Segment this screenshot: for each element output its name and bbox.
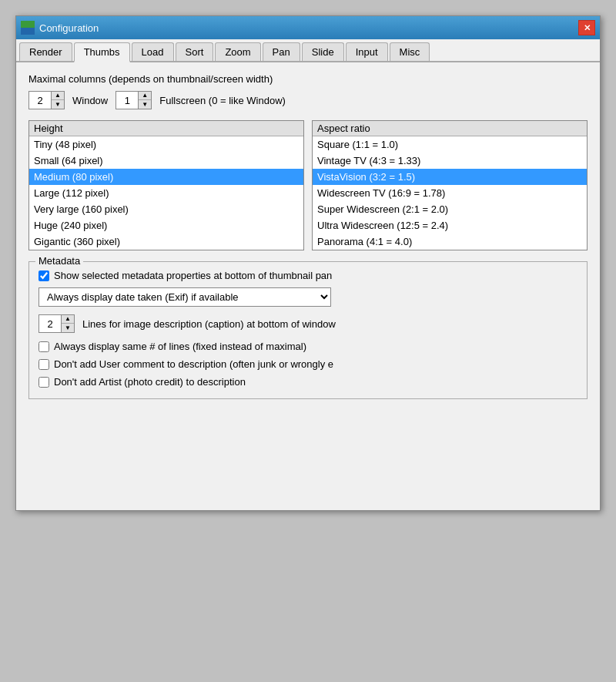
title-bar: Configuration ✕ xyxy=(16,16,600,39)
height-item-medium[interactable]: Medium (80 pixel) xyxy=(29,169,303,185)
tab-sort[interactable]: Sort xyxy=(176,42,214,61)
height-item-small[interactable]: Small (64 pixel) xyxy=(29,153,303,169)
tab-slide[interactable]: Slide xyxy=(302,42,344,61)
no-artist-checkbox[interactable] xyxy=(38,377,49,388)
maxcol-section-label: Maximal columns (depends on thumbnail/sc… xyxy=(28,73,588,85)
window-columns-input[interactable] xyxy=(29,92,51,109)
title-bar-left: Configuration xyxy=(21,21,99,35)
height-item-tiny[interactable]: Tiny (48 pixel) xyxy=(29,136,303,153)
always-same-lines-label: Always display same # of lines (fixed in… xyxy=(54,341,306,352)
window-label: Window xyxy=(72,95,108,106)
maxcol-row: ▲ ▼ Window ▲ ▼ Fullscreen (0 = like Wind… xyxy=(28,91,588,109)
aspect-item-widescreen[interactable]: Widescreen TV (16:9 = 1.78) xyxy=(313,185,587,201)
lines-spinner-buttons: ▲ ▼ xyxy=(61,315,74,332)
no-artist-label: Don't add Artist (photo credit) to descr… xyxy=(54,376,246,388)
window-bottom-padding xyxy=(16,418,600,510)
aspect-list-header: Aspect ratio xyxy=(313,121,587,136)
tab-input[interactable]: Input xyxy=(346,42,388,61)
always-same-lines-checkbox[interactable] xyxy=(38,341,49,352)
lines-label: Lines for image description (caption) at… xyxy=(82,318,336,330)
lines-spinner-row: ▲ ▼ Lines for image description (caption… xyxy=(38,314,578,333)
height-item-large[interactable]: Large (112 pixel) xyxy=(29,185,303,201)
window-title: Configuration xyxy=(39,22,99,34)
lines-up[interactable]: ▲ xyxy=(62,315,74,324)
no-user-comment-label: Don't add User comment to description (o… xyxy=(54,358,333,370)
no-artist-row: Don't add Artist (photo credit) to descr… xyxy=(38,376,578,388)
aspect-item-panorama[interactable]: Panorama (4:1 = 4.0) xyxy=(313,233,587,250)
window-columns-spinner-buttons: ▲ ▼ xyxy=(51,92,64,109)
window-columns-spinner[interactable]: ▲ ▼ xyxy=(28,91,65,109)
tab-zoom[interactable]: Zoom xyxy=(215,42,260,61)
fullscreen-columns-down[interactable]: ▼ xyxy=(139,100,151,109)
fullscreen-columns-spinner-buttons: ▲ ▼ xyxy=(138,92,151,109)
metadata-section-label: Metadata xyxy=(35,255,83,267)
fullscreen-label: Fullscreen (0 = like Window) xyxy=(159,95,286,106)
show-metadata-checkbox[interactable] xyxy=(38,270,49,281)
height-item-huge[interactable]: Huge (240 pixel) xyxy=(29,217,303,233)
aspect-item-superwidescreen[interactable]: Super Widescreen (2:1 = 2.0) xyxy=(313,201,587,217)
aspect-item-ultrawidescreen[interactable]: Ultra Widescreen (12:5 = 2.4) xyxy=(313,217,587,233)
metadata-section: Metadata Show selected metadata properti… xyxy=(28,261,588,399)
tab-content: Maximal columns (depends on thumbnail/sc… xyxy=(16,62,600,418)
close-button[interactable]: ✕ xyxy=(578,20,595,35)
aspect-list: Aspect ratio Square (1:1 = 1.0) Vintage … xyxy=(312,120,588,250)
always-same-lines-row: Always display same # of lines (fixed in… xyxy=(38,341,578,352)
no-user-comment-checkbox[interactable] xyxy=(38,359,49,370)
window-columns-up[interactable]: ▲ xyxy=(52,92,64,100)
tab-thumbs[interactable]: Thumbs xyxy=(74,42,130,62)
app-icon xyxy=(21,21,35,35)
svg-rect-1 xyxy=(21,28,35,35)
height-list-header: Height xyxy=(29,121,303,136)
metadata-dropdown-row: Always display date taken (Exif) if avai… xyxy=(38,287,578,307)
lines-down[interactable]: ▼ xyxy=(62,324,74,332)
fullscreen-columns-up[interactable]: ▲ xyxy=(139,92,151,100)
tab-pan[interactable]: Pan xyxy=(263,42,300,61)
window-columns-down[interactable]: ▼ xyxy=(52,100,64,109)
tab-load[interactable]: Load xyxy=(132,42,174,61)
tab-misc[interactable]: Misc xyxy=(390,42,430,61)
lists-container: Height Tiny (48 pixel) Small (64 pixel) … xyxy=(28,120,588,250)
lines-input[interactable] xyxy=(39,315,61,332)
height-item-gigantic[interactable]: Gigantic (360 pixel) xyxy=(29,233,303,250)
aspect-item-vintagetv[interactable]: Vintage TV (4:3 = 1.33) xyxy=(313,153,587,169)
fullscreen-columns-spinner[interactable]: ▲ ▼ xyxy=(116,91,152,109)
height-item-verylarge[interactable]: Very large (160 pixel) xyxy=(29,201,303,217)
aspect-item-vistavision[interactable]: VistaVision (3:2 = 1.5) xyxy=(313,169,587,185)
svg-rect-0 xyxy=(21,21,35,28)
lines-spinner[interactable]: ▲ ▼ xyxy=(38,314,75,333)
fullscreen-columns-input[interactable] xyxy=(116,92,138,109)
no-user-comment-row: Don't add User comment to description (o… xyxy=(38,358,578,370)
tab-render[interactable]: Render xyxy=(19,42,72,61)
height-list: Height Tiny (48 pixel) Small (64 pixel) … xyxy=(28,120,304,250)
aspect-item-square[interactable]: Square (1:1 = 1.0) xyxy=(313,136,587,153)
metadata-dropdown[interactable]: Always display date taken (Exif) if avai… xyxy=(38,287,331,307)
show-metadata-label: Show selected metadata properties at bot… xyxy=(54,270,332,281)
show-metadata-row: Show selected metadata properties at bot… xyxy=(38,270,578,281)
main-window: Configuration ✕ Render Thumbs Load Sort … xyxy=(15,15,601,511)
tab-bar: Render Thumbs Load Sort Zoom Pan Slide I… xyxy=(16,39,600,62)
